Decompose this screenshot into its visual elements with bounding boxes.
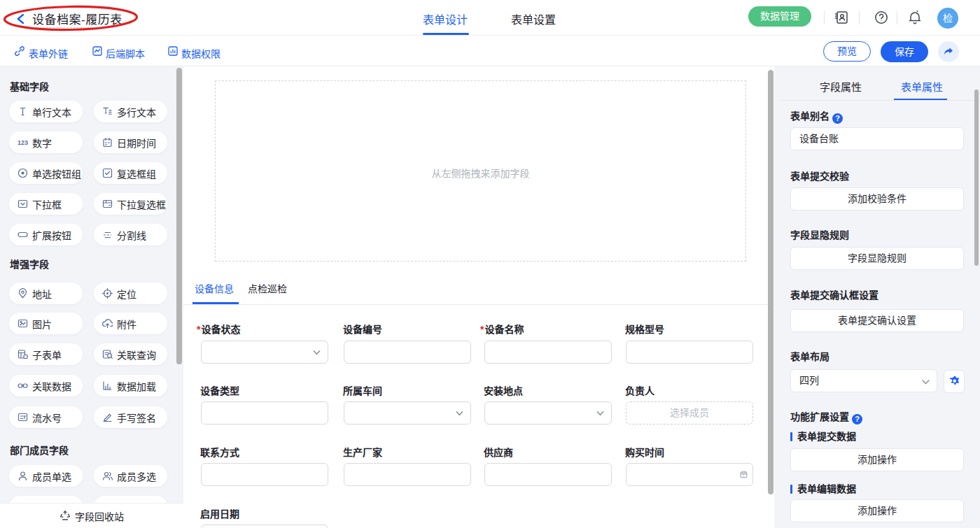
svg-text:123: 123 <box>18 139 28 146</box>
svg-text:7: 7 <box>743 474 745 478</box>
